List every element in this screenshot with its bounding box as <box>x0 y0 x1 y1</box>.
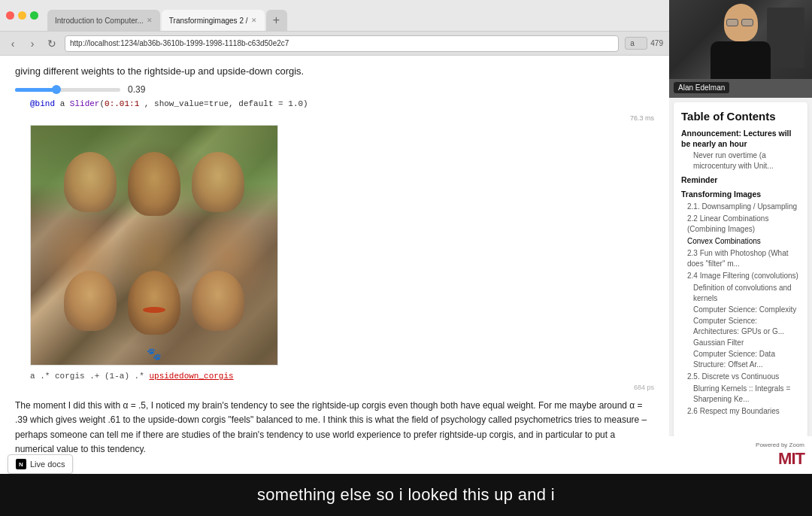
slider-fill <box>15 88 56 92</box>
corgi-tongue <box>143 307 165 313</box>
reload-button[interactable]: ↻ <box>45 37 59 50</box>
toc-cs-complexity[interactable]: Computer Science: Complexity <box>693 305 800 315</box>
code-bind-body: a Slider(0:.01:1 , show_value=true, defa… <box>60 99 308 108</box>
person-glasses <box>726 19 755 26</box>
toc-boundaries[interactable]: 2.6 Respect my Boundaries <box>687 406 800 417</box>
code-bind-keyword: @bind <box>30 99 55 108</box>
person-shape <box>710 4 771 83</box>
corgi-inv-right <box>192 152 244 212</box>
corgi-inv-left <box>64 152 117 212</box>
bottom-corgis <box>64 271 244 335</box>
slider-track[interactable] <box>15 88 120 92</box>
mit-logo: MIT <box>756 449 804 469</box>
search-count: 479 <box>650 39 663 47</box>
address-bar-row: ‹ › ↻ 479 <box>0 32 669 56</box>
cell-time-2-value: 684 ps <box>634 384 654 391</box>
corgi-inv-center <box>128 152 180 216</box>
paws-icon: 🐾 <box>147 347 162 361</box>
slider-code: @bind a Slider(0:.01:1 , show_value=true… <box>15 99 654 108</box>
browser-chrome: Introduction to Computer... ✕ Transformi… <box>0 0 669 32</box>
search-input[interactable] <box>625 37 647 50</box>
address-input[interactable] <box>65 35 619 52</box>
close-window-button[interactable] <box>6 11 14 20</box>
formula-line: a .* corgis .+ (1-a) .* upsidedown_corgi… <box>15 372 654 381</box>
person-head <box>724 4 758 41</box>
tab-1[interactable]: Introduction to Computer... ✕ <box>47 10 160 31</box>
toc-image-filtering[interactable]: 2.4 Image Filtering (convolutions) <box>687 271 800 281</box>
toc-linear-combinations[interactable]: 2.2 Linear Combinations (Combining Image… <box>687 214 800 235</box>
shelf-decoration <box>767 8 804 68</box>
toc-downsampling[interactable]: 2.1. Downsampling / Upsampling <box>687 202 800 212</box>
toc-announcement[interactable]: Announcement: Lectures will be nearly an… <box>681 129 800 149</box>
corgi-image: 🐾 <box>30 125 278 366</box>
tab-2[interactable]: Transformingimages 2 / ✕ <box>162 10 265 31</box>
powered-text: Powered by Zoom <box>756 442 804 449</box>
tab-bar: Introduction to Computer... ✕ Transformi… <box>47 0 663 31</box>
cell-time-1-value: 76.3 ms <box>630 114 654 122</box>
toc-cs-data[interactable]: Computer Science: Data Structure: Offset… <box>693 349 800 370</box>
corgi-upright-left <box>64 271 117 331</box>
paragraph-text: The moment I did this with α = .5, I not… <box>15 399 654 457</box>
person-body <box>710 41 771 83</box>
top-corgis <box>64 152 244 216</box>
main-browser: Introduction to Computer... ✕ Transformi… <box>0 0 669 474</box>
right-panel: Alan Edelman Table of Contents Announcem… <box>669 0 812 474</box>
notion-icon: N <box>16 459 26 469</box>
subtitle-text: something else so i looked this up and i <box>257 485 555 505</box>
cell-time-2: 684 ps <box>15 384 654 391</box>
formula-link[interactable]: upsidedown_corgis <box>149 372 233 381</box>
new-tab-button[interactable]: + <box>266 10 287 31</box>
minimize-window-button[interactable] <box>18 11 26 20</box>
toc-gaussian[interactable]: Gaussian Filter <box>693 338 800 348</box>
notebook-content: giving different weights to the rightsid… <box>0 56 669 474</box>
live-docs-label: Live docs <box>30 460 65 469</box>
glass-right <box>741 19 753 26</box>
live-docs-button[interactable]: N Live docs <box>8 454 73 474</box>
mit-branding: Powered by Zoom MIT <box>669 436 812 474</box>
toc-blurring[interactable]: Blurring Kernels :: Integrals = Sharpeni… <box>693 384 800 405</box>
toc-title: Table of Contents <box>681 110 800 123</box>
tab-2-label: Transformingimages 2 / <box>169 17 248 25</box>
toc-cs-arch[interactable]: Computer Science: Architectures: GPUs or… <box>693 316 800 337</box>
tab-2-close[interactable]: ✕ <box>251 17 257 24</box>
maximize-window-button[interactable] <box>30 11 38 20</box>
toc-convex-combinations[interactable]: Convex Combinations <box>687 236 800 247</box>
subtitle-bar: something else so i looked this up and i <box>0 474 812 516</box>
tab-1-close[interactable]: ✕ <box>147 17 153 24</box>
person-name-badge: Alan Edelman <box>674 82 729 93</box>
giving-text: giving different weights to the rightsid… <box>15 65 654 78</box>
corgi-upright-center <box>128 271 180 335</box>
toc-definition[interactable]: Definition of convolutions and kernels <box>693 283 800 304</box>
toc-reminder[interactable]: Reminder <box>681 175 800 186</box>
cell-time-1: 76.3 ms <box>15 114 654 122</box>
toc-microcentury[interactable]: Never run overtime (a microcentury with … <box>693 150 800 171</box>
slider-thumb[interactable] <box>52 85 61 94</box>
video-feed: Alan Edelman <box>669 0 812 98</box>
corgi-upright-right <box>192 271 244 331</box>
toc-transforming-images[interactable]: Transforming Images <box>681 190 800 200</box>
slider-value: 0.39 <box>128 84 145 95</box>
table-of-contents: Table of Contents Announcement: Lectures… <box>674 102 807 456</box>
toc-discrete-continuous[interactable]: 2.5. Discrete vs Continuous <box>687 372 800 382</box>
back-button[interactable]: ‹ <box>6 37 20 50</box>
toc-photoshop[interactable]: 2.3 Fun with Photoshop (What does "filte… <box>687 248 800 269</box>
traffic-lights <box>6 11 38 20</box>
tab-1-label: Introduction to Computer... <box>55 17 144 25</box>
slider-row: 0.39 <box>15 84 654 95</box>
search-area: 479 <box>625 37 663 50</box>
glass-left <box>726 19 738 26</box>
forward-button[interactable]: › <box>26 37 39 50</box>
